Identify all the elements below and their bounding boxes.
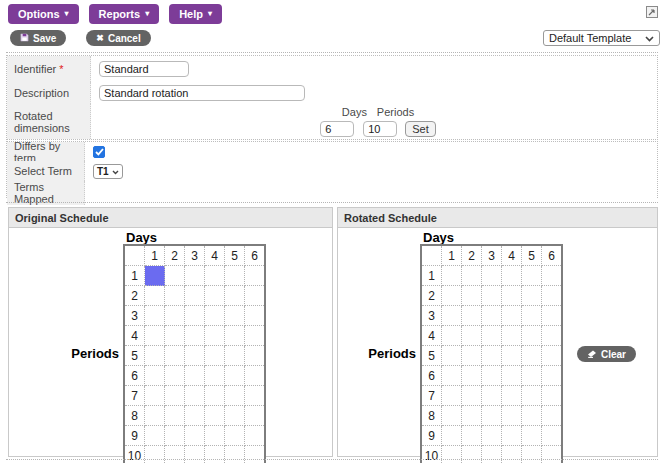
schedule-cell[interactable] [245, 446, 266, 463]
schedule-cell[interactable] [482, 286, 502, 306]
schedule-cell[interactable] [165, 366, 185, 386]
schedule-cell[interactable] [502, 406, 522, 426]
schedule-cell[interactable] [482, 366, 502, 386]
schedule-cell[interactable] [205, 426, 225, 446]
schedule-cell[interactable] [482, 406, 502, 426]
schedule-cell[interactable] [442, 286, 462, 306]
schedule-cell[interactable] [165, 346, 185, 366]
schedule-cell[interactable] [185, 446, 205, 463]
schedule-cell[interactable] [225, 266, 245, 286]
schedule-cell[interactable] [185, 286, 205, 306]
schedule-cell[interactable] [522, 366, 542, 386]
schedule-cell[interactable] [245, 406, 266, 426]
schedule-cell[interactable] [462, 306, 482, 326]
description-input[interactable] [99, 85, 305, 101]
schedule-cell[interactable] [185, 386, 205, 406]
schedule-cell[interactable] [225, 426, 245, 446]
schedule-cell[interactable] [522, 266, 542, 286]
schedule-cell[interactable] [482, 306, 502, 326]
schedule-cell[interactable] [502, 446, 522, 463]
clear-button[interactable]: Clear [577, 346, 636, 362]
schedule-cell[interactable] [225, 286, 245, 306]
schedule-cell[interactable] [482, 386, 502, 406]
schedule-cell[interactable] [205, 386, 225, 406]
schedule-cell[interactable] [205, 306, 225, 326]
schedule-cell[interactable] [245, 326, 266, 346]
schedule-cell[interactable] [225, 326, 245, 346]
schedule-cell[interactable] [542, 286, 563, 306]
schedule-cell[interactable] [145, 326, 165, 346]
schedule-cell[interactable] [185, 406, 205, 426]
schedule-cell[interactable] [225, 406, 245, 426]
schedule-cell[interactable] [542, 446, 563, 463]
set-button[interactable]: Set [405, 121, 436, 137]
schedule-cell[interactable] [462, 346, 482, 366]
schedule-cell[interactable] [522, 286, 542, 306]
schedule-cell[interactable] [225, 366, 245, 386]
schedule-cell[interactable] [442, 306, 462, 326]
schedule-cell[interactable] [145, 266, 165, 286]
schedule-cell[interactable] [245, 426, 266, 446]
schedule-cell[interactable] [225, 306, 245, 326]
schedule-cell[interactable] [165, 406, 185, 426]
schedule-cell[interactable] [542, 406, 563, 426]
schedule-cell[interactable] [245, 286, 266, 306]
schedule-cell[interactable] [165, 286, 185, 306]
schedule-cell[interactable] [542, 366, 563, 386]
schedule-cell[interactable] [482, 346, 502, 366]
schedule-cell[interactable] [502, 366, 522, 386]
schedule-cell[interactable] [462, 366, 482, 386]
schedule-cell[interactable] [482, 326, 502, 346]
term-select[interactable]: T1 [93, 164, 123, 179]
schedule-cell[interactable] [225, 386, 245, 406]
schedule-cell[interactable] [145, 446, 165, 463]
schedule-cell[interactable] [442, 346, 462, 366]
schedule-cell[interactable] [462, 426, 482, 446]
schedule-cell[interactable] [245, 346, 266, 366]
schedule-cell[interactable] [542, 326, 563, 346]
schedule-cell[interactable] [245, 306, 266, 326]
schedule-cell[interactable] [185, 366, 205, 386]
schedule-cell[interactable] [482, 446, 502, 463]
schedule-cell[interactable] [462, 406, 482, 426]
schedule-cell[interactable] [502, 426, 522, 446]
save-button[interactable]: Save [10, 30, 66, 46]
days-input[interactable] [320, 121, 354, 137]
schedule-cell[interactable] [145, 406, 165, 426]
schedule-cell[interactable] [145, 306, 165, 326]
schedule-cell[interactable] [145, 346, 165, 366]
schedule-cell[interactable] [145, 386, 165, 406]
schedule-cell[interactable] [145, 286, 165, 306]
schedule-cell[interactable] [502, 306, 522, 326]
schedule-cell[interactable] [165, 386, 185, 406]
schedule-cell[interactable] [522, 446, 542, 463]
schedule-cell[interactable] [205, 406, 225, 426]
schedule-cell[interactable] [502, 286, 522, 306]
schedule-cell[interactable] [522, 426, 542, 446]
schedule-cell[interactable] [542, 426, 563, 446]
schedule-cell[interactable] [502, 266, 522, 286]
schedule-cell[interactable] [225, 346, 245, 366]
cancel-button[interactable]: ✖ Cancel [86, 30, 150, 46]
schedule-cell[interactable] [205, 266, 225, 286]
schedule-cell[interactable] [462, 326, 482, 346]
schedule-cell[interactable] [522, 406, 542, 426]
schedule-cell[interactable] [442, 446, 462, 463]
schedule-cell[interactable] [542, 346, 563, 366]
reports-menu-button[interactable]: Reports ▾ [89, 4, 160, 24]
schedule-cell[interactable] [542, 306, 563, 326]
schedule-cell[interactable] [145, 426, 165, 446]
schedule-cell[interactable] [185, 326, 205, 346]
schedule-cell[interactable] [225, 446, 245, 463]
schedule-cell[interactable] [522, 326, 542, 346]
schedule-cell[interactable] [245, 386, 266, 406]
identifier-input[interactable] [99, 61, 189, 77]
schedule-cell[interactable] [442, 386, 462, 406]
schedule-cell[interactable] [502, 346, 522, 366]
schedule-cell[interactable] [542, 386, 563, 406]
schedule-cell[interactable] [205, 286, 225, 306]
open-new-window-icon[interactable] [646, 6, 658, 18]
schedule-cell[interactable] [185, 426, 205, 446]
schedule-cell[interactable] [482, 426, 502, 446]
schedule-cell[interactable] [502, 386, 522, 406]
